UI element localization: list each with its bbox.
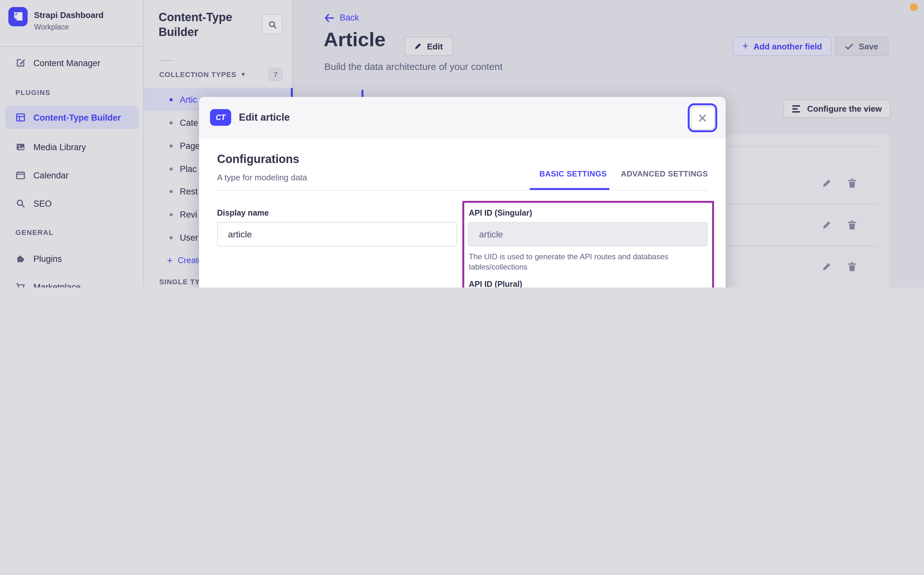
app-root: Strapi Dashboard Workplace Content Manag…: [0, 0, 924, 288]
display-name-label: Display name: [217, 208, 269, 218]
display-name-input[interactable]: [217, 222, 457, 246]
close-button[interactable]: [690, 106, 714, 129]
recording-indicator-dot: [910, 3, 918, 11]
content-type-badge: CT: [210, 109, 231, 126]
api-id-plural-label: API ID (Plural): [469, 280, 522, 288]
active-tab-underline: [530, 188, 609, 190]
api-id-singular-hint: The UID is used to generate the API rout…: [469, 252, 706, 272]
configurations-subheading: A type for modeling data: [217, 173, 307, 182]
divider: [217, 190, 708, 191]
edit-article-modal: CT Edit article Configurations A type fo…: [199, 97, 725, 288]
api-id-singular-label: API ID (Singular): [469, 208, 532, 218]
tab-advanced-settings[interactable]: ADVANCED SETTINGS: [621, 170, 708, 178]
modal-title: Edit article: [239, 112, 290, 123]
modal-header: CT Edit article: [199, 97, 725, 138]
api-id-singular-input[interactable]: [468, 222, 708, 246]
configurations-heading: Configurations: [217, 153, 299, 166]
close-icon: [698, 113, 707, 122]
tab-basic-settings[interactable]: BASIC SETTINGS: [539, 170, 607, 178]
close-button-focus-ring: [688, 103, 717, 132]
